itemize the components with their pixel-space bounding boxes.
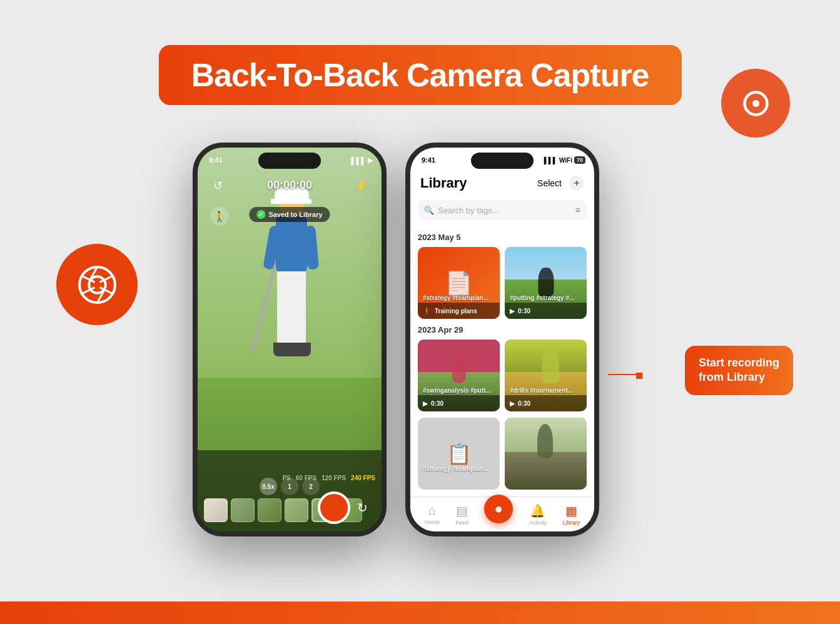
page-title: Back-To-Back Camera Capture <box>191 56 649 94</box>
nav-activity[interactable]: 🔔 Activity <box>529 503 547 526</box>
zoom-05[interactable]: 0.5x <box>260 478 277 495</box>
svg-point-0 <box>79 267 115 303</box>
nav-activity-label: Activity <box>529 520 547 526</box>
media-grid-2: #swinganalysis #putt... ▶ 0:30 <box>418 340 587 411</box>
title-banner: Back-To-Back Camera Capture <box>158 45 681 105</box>
thumb-1[interactable] <box>204 498 228 522</box>
card-3-duration: 0:30 <box>431 400 443 407</box>
nav-home-label: Home <box>425 519 440 525</box>
media-card-swing[interactable]: #swinganalysis #putt... ▶ 0:30 <box>418 340 500 411</box>
camera-icon-circle <box>56 244 138 325</box>
person-small-icon: 🚶 <box>423 307 432 315</box>
library-content: 2023 May 5 📄 #strategy #teamplan... 🚶 Tr… <box>410 226 594 496</box>
card-1-tags: #strategy #teamplan... <box>423 294 495 301</box>
card-4-tags: #drills #tournament... <box>510 387 582 394</box>
decorative-circle <box>721 69 790 138</box>
nav-library-label: Library <box>563 520 580 526</box>
filter-icon[interactable]: ≡ <box>575 205 580 215</box>
thumb-3[interactable] <box>258 498 281 522</box>
person-icon[interactable]: 🚶 <box>210 207 229 226</box>
play-icon-3: ▶ <box>423 400 428 408</box>
library-title: Library <box>420 175 467 191</box>
thumb-2[interactable] <box>231 498 255 522</box>
nav-home[interactable]: ⌂ Home <box>425 503 440 525</box>
search-placeholder: Search by tags... <box>438 206 572 215</box>
aperture-icon <box>77 264 118 305</box>
status-time-right: 9:41 <box>422 156 435 164</box>
search-bar[interactable]: 🔍 Search by tags... ≡ <box>418 200 587 220</box>
right-phone: 9:41 ▌▌▌ WiFi 70 Library Select + 🔍 Sear… <box>405 143 599 536</box>
card-2-tags: #putting #strategy #... <box>510 294 582 301</box>
svg-point-9 <box>752 99 759 106</box>
saved-badge: ✓ Saved to Library <box>249 207 330 222</box>
status-icons-right: ▌▌▌ WiFi 70 <box>544 156 585 164</box>
media-grid-3: 📋 #strategy #teamplan... <box>418 418 587 490</box>
nav-library[interactable]: ▦ Library <box>563 503 580 526</box>
card-2-duration: 0:30 <box>518 308 530 315</box>
pdf-icon: 📄 <box>445 270 473 296</box>
callout-dot <box>636 373 642 379</box>
media-card-golf2[interactable] <box>505 418 587 490</box>
phone-notch-left <box>258 153 321 169</box>
thumb-4[interactable] <box>285 498 308 522</box>
play-icon-2: ▶ <box>510 307 515 315</box>
flash-icon[interactable]: ⚡ <box>354 179 369 194</box>
card-3-tags: #swinganalysis #putt... <box>423 387 495 394</box>
media-card-training[interactable]: 📄 #strategy #teamplan... 🚶 Training plan… <box>418 247 500 319</box>
home-icon: ⌂ <box>428 503 436 518</box>
camera-timer: 00:00:00 <box>267 179 312 192</box>
nav-record-button[interactable]: ● <box>484 495 513 523</box>
media-card-drills[interactable]: #drills #tournament... ▶ 0:30 <box>505 340 587 411</box>
fps-240[interactable]: 240 FPS <box>351 475 375 481</box>
callout-line2: from Library <box>699 371 765 383</box>
callout-line1: Start recording <box>699 356 779 369</box>
shutter-button[interactable] <box>318 491 350 524</box>
card-2-footer: ▶ 0:30 <box>505 303 587 319</box>
library-icon: ▦ <box>565 503 577 518</box>
rotate-icon[interactable]: ↻ <box>353 500 372 519</box>
zoom-row: 0.5x 1 2 <box>260 478 320 495</box>
card-1-footer-text: Training plans <box>435 308 477 315</box>
media-card-golf1[interactable]: #putting #strategy #... ▶ 0:30 <box>505 247 587 319</box>
left-phone: 9:41 ▌▌▌▶ ↺ 00:00:00 ⚡ 🚶 ✓ Saved to Libr… <box>193 143 387 536</box>
nav-feed[interactable]: ▤ Feed <box>455 503 468 526</box>
add-button[interactable]: + <box>569 176 584 191</box>
zoom-1[interactable]: 1 <box>281 478 298 495</box>
status-icons-left: ▌▌▌▶ <box>352 156 373 164</box>
play-icon-4: ▶ <box>510 400 515 408</box>
media-card-doc[interactable]: 📋 #strategy #teamplan... <box>418 418 500 490</box>
card-3-footer: ▶ 0:30 <box>418 395 500 411</box>
callout-box: Start recording from Library <box>685 346 793 395</box>
library-nav: ⌂ Home ▤ Feed ● 🔔 Activity ▦ Library <box>410 496 594 531</box>
library-actions: Select + <box>537 176 584 191</box>
timer-icon[interactable]: ↺ <box>210 179 225 194</box>
zoom-2[interactable]: 2 <box>302 478 320 495</box>
feed-icon: ▤ <box>456 503 468 518</box>
section-date-1: 2023 May 5 <box>418 233 587 242</box>
library-header: Library Select + <box>410 175 594 191</box>
card-5-tags: #strategy #teamplan... <box>423 465 495 472</box>
doc-icon: 📋 <box>447 442 472 466</box>
bottom-bar <box>0 601 840 624</box>
status-time-left: 9:41 <box>209 156 223 164</box>
card-1-footer: 🚶 Training plans <box>418 303 500 319</box>
card-4-footer: ▶ 0:30 <box>505 395 587 411</box>
search-icon: 🔍 <box>424 206 434 215</box>
nav-feed-label: Feed <box>455 520 468 526</box>
select-button[interactable]: Select <box>537 178 562 188</box>
section-date-2: 2023 Apr 29 <box>418 325 587 335</box>
activity-icon: 🔔 <box>530 503 545 518</box>
camera-bottom-controls: PS 60 FPS 120 FPS 240 FPS 0.5x 1 2 <box>198 450 382 531</box>
media-grid-1: 📄 #strategy #teamplan... 🚶 Training plan… <box>418 247 587 319</box>
card-4-duration: 0:30 <box>518 400 530 407</box>
deco-icon <box>742 89 770 118</box>
fps-120[interactable]: 120 FPS <box>321 475 346 481</box>
phone-notch-right <box>471 153 534 169</box>
check-icon: ✓ <box>256 210 265 219</box>
